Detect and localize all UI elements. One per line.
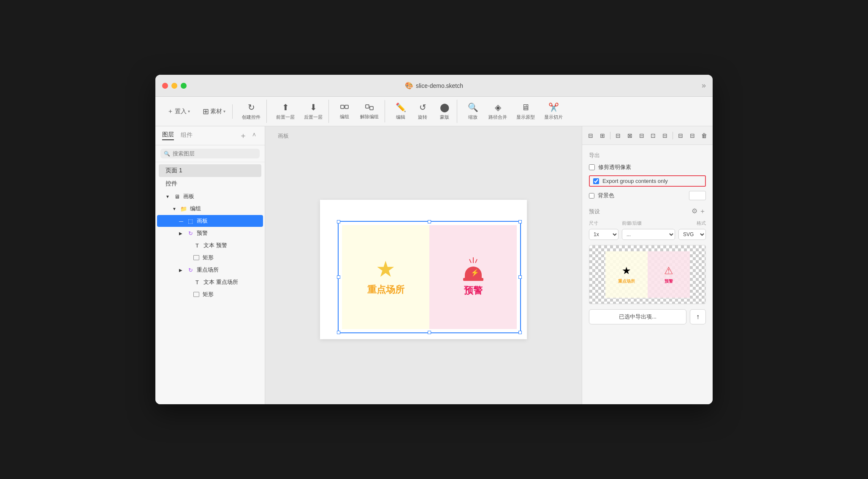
- preview-card-right: ⚠ 预警: [648, 251, 690, 298]
- search-input[interactable]: [173, 150, 256, 157]
- path-combine-button[interactable]: ◈ 路径合并: [484, 100, 511, 123]
- create-component-button[interactable]: ↻ 创建控件: [238, 100, 265, 123]
- handle-br[interactable]: [518, 331, 522, 334]
- export-selected-button[interactable]: 已选中导出项...: [589, 309, 686, 324]
- handle-tr[interactable]: [518, 220, 522, 223]
- preview-star-icon: ★: [622, 265, 631, 277]
- move-forward-button[interactable]: ⬆ 前置一层: [272, 100, 299, 123]
- preset-prefix-select[interactable]: ...: [622, 229, 675, 240]
- export-section-title: 导出: [589, 152, 706, 159]
- right-panel-toolbar: ⊟ ⊞ ⊟ ⊠ ⊟ ⊡ ⊟ ⊟ ⊟ 🗑: [582, 126, 713, 145]
- handle-tc[interactable]: [428, 220, 431, 223]
- bg-color-row: 背景色: [589, 191, 706, 200]
- resize-icon[interactable]: ⊟: [687, 130, 697, 142]
- layer-group[interactable]: ▼ 📁 编组: [157, 203, 263, 215]
- align-left-icon[interactable]: ⊟: [586, 130, 596, 142]
- presets-header: 预设 ⚙ ＋: [589, 207, 706, 216]
- distribute-h-icon[interactable]: ⊡: [648, 130, 659, 142]
- distribute-v-icon[interactable]: ⊟: [660, 130, 670, 142]
- layer-order-group: ⬆ 前置一层 ⬇ 后置一层: [270, 100, 329, 123]
- bg-checkbox[interactable]: [589, 193, 594, 199]
- svg-rect-1: [345, 105, 348, 109]
- insert-button[interactable]: ＋ 置入 ▾: [162, 105, 195, 118]
- collapse-button[interactable]: ＾: [250, 131, 258, 141]
- artboard[interactable]: ★ 重点场所: [320, 200, 527, 339]
- layer-yujing-group[interactable]: ▶ ↻ 预警: [157, 227, 263, 239]
- align-center-h-icon[interactable]: ⊞: [597, 130, 608, 142]
- group-icon: 📁: [180, 205, 187, 212]
- presets-add-icon[interactable]: ＋: [699, 207, 706, 216]
- search-bar: 🔍: [155, 145, 265, 162]
- export-group-label: Export group contents only: [602, 178, 668, 184]
- layer-rect-yujing[interactable]: 矩形: [157, 252, 263, 264]
- handle-bl[interactable]: [337, 331, 340, 334]
- edit-button[interactable]: ✏️ 编辑: [390, 100, 411, 123]
- preset-labels: 尺寸 前缀/后缀 格式: [589, 220, 706, 226]
- handle-tl[interactable]: [337, 220, 340, 223]
- align-bottom-icon[interactable]: ⊟: [637, 130, 647, 142]
- mask-button[interactable]: ⬤ 蒙版: [434, 100, 455, 123]
- card-right-text: 预警: [464, 284, 483, 297]
- presets-filter-icon[interactable]: ⚙: [692, 207, 697, 216]
- preset-scale-select[interactable]: 1x: [589, 229, 618, 240]
- rotate-button[interactable]: ↺ 旋转: [412, 100, 433, 123]
- bg-color-swatch[interactable]: [689, 191, 706, 200]
- align-middle-icon[interactable]: ⊠: [625, 130, 635, 142]
- page-item-2[interactable]: 控件: [159, 177, 261, 190]
- export-group-checkbox[interactable]: [593, 178, 599, 184]
- svg-rect-3: [370, 106, 373, 110]
- right-panel: ⊟ ⊞ ⊟ ⊠ ⊟ ⊡ ⊟ ⊟ ⊟ 🗑 导出 修剪透明像素: [582, 126, 713, 404]
- material-button[interactable]: ⊞ 素材 ▾: [198, 104, 231, 119]
- format-label: 格式: [681, 220, 706, 226]
- tab-layers[interactable]: 图层: [162, 131, 174, 140]
- maximize-button[interactable]: [181, 83, 187, 89]
- tab-components[interactable]: 组件: [181, 131, 193, 140]
- layer-tree: 页面 1 控件 ▼ 🖥 画板 ▼ 📁 编组 — ⬚: [155, 162, 265, 404]
- page-item-1[interactable]: 页面 1: [159, 164, 261, 177]
- layer-text-zhongdian[interactable]: T 文本 重点场所: [157, 276, 263, 288]
- align-top-icon[interactable]: ⊟: [613, 130, 623, 142]
- add-layer-button[interactable]: ＋: [239, 131, 247, 141]
- delete-icon[interactable]: 🗑: [699, 130, 709, 142]
- page-label-2: 控件: [165, 180, 177, 187]
- size-label: 尺寸: [589, 220, 618, 226]
- trim-checkbox[interactable]: [589, 164, 595, 170]
- titlebar: 🎨 slice-demo.sketch »: [155, 75, 713, 97]
- artboard-label: 画板: [278, 132, 289, 140]
- layer-artboard-inner[interactable]: — ⬚ 画板: [157, 215, 263, 227]
- main-area: 图层 组件 ＋ ＾ 🔍 页面 1 控件: [155, 126, 713, 404]
- canvas-area[interactable]: 画板 ★: [265, 126, 582, 404]
- card-left-text: 重点场所: [367, 283, 404, 296]
- presets-section: 预设 ⚙ ＋ 尺寸 前缀/后缀 格式 1x: [589, 207, 706, 240]
- right-panel-content: 导出 修剪透明像素 Export group contents only 背景色: [582, 145, 713, 404]
- component-icon: ↻: [187, 229, 194, 237]
- window-title: 🎨 slice-demo.sketch: [405, 82, 463, 90]
- divider-1: [610, 132, 610, 139]
- bg-color-label: 背景色: [598, 192, 614, 199]
- traffic-lights: [162, 83, 187, 89]
- edit-group: ✏️ 编辑 ↺ 旋转 ⬤ 蒙版: [388, 100, 457, 123]
- group-button[interactable]: 编组: [334, 100, 355, 122]
- handle-mr[interactable]: [518, 275, 522, 279]
- handle-bc[interactable]: [428, 331, 431, 334]
- ungroup-button[interactable]: 解除编组: [356, 100, 383, 122]
- layer-text-yujing[interactable]: T 文本 预警: [157, 240, 263, 251]
- share-button[interactable]: ↑: [690, 309, 706, 324]
- layer-zhongdian-group[interactable]: ▶ ↻ 重点场所: [157, 264, 263, 276]
- preset-format-select[interactable]: SVG: [678, 229, 706, 240]
- more-align-icon[interactable]: ⊟: [675, 130, 686, 142]
- more-button[interactable]: »: [702, 81, 706, 90]
- layer-rect-zhongdian[interactable]: 矩形: [157, 288, 263, 300]
- move-back-button[interactable]: ⬇ 后置一层: [300, 100, 327, 123]
- minimize-button[interactable]: [171, 83, 177, 89]
- export-group-row: Export group contents only: [589, 175, 706, 187]
- show-prototype-button[interactable]: 🖥 显示原型: [512, 100, 539, 123]
- handle-ml[interactable]: [337, 275, 340, 279]
- divider-2: [673, 132, 673, 139]
- search-icon: 🔍: [164, 151, 170, 157]
- layer-artboard-root[interactable]: ▼ 🖥 画板: [157, 191, 263, 202]
- app-window: 🎨 slice-demo.sketch » ＋ 置入 ▾ ⊞ 素材 ▾ ↻ 创建…: [155, 75, 713, 404]
- zoom-button[interactable]: 🔍 缩放: [462, 100, 483, 123]
- close-button[interactable]: [162, 83, 168, 89]
- show-slice-button[interactable]: ✂️ 显示切片: [540, 100, 567, 123]
